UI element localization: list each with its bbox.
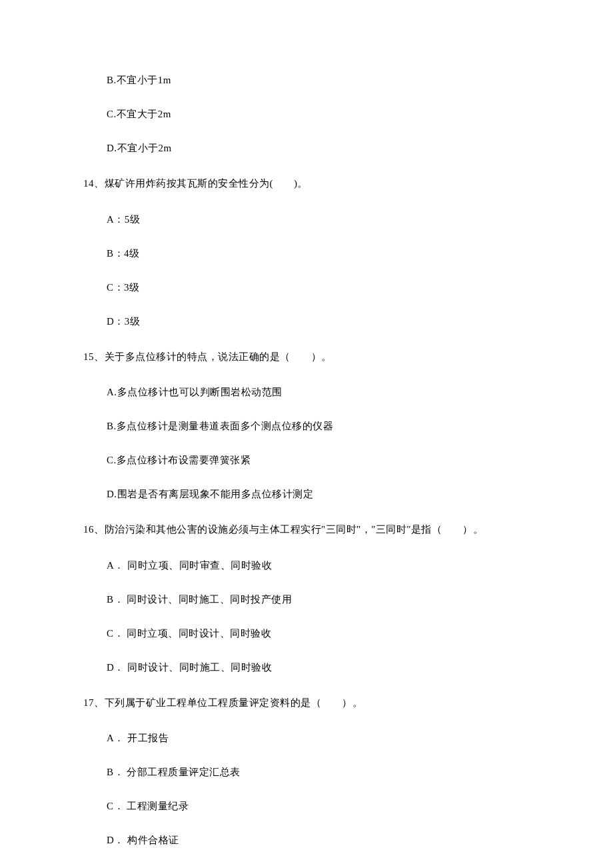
q17-option-d: D． 构件合格证	[107, 833, 530, 847]
q14-stem: 14、煤矿许用炸药按其瓦斯的安全性分为( )。	[83, 175, 530, 193]
q15-option-b: B.多点位移计是测量巷道表面多个测点位移的仪器	[107, 419, 530, 433]
q17-option-a: A． 开工报告	[107, 731, 530, 745]
q17-stem: 17、下列属于矿业工程单位工程质量评定资料的是（ ）。	[83, 695, 530, 712]
q16-option-b: B． 同时设计、同时施工、同时投产使用	[107, 593, 530, 607]
q16-option-a: A． 同时立项、同时审查、同时验收	[107, 559, 530, 573]
q17-option-b: B． 分部工程质量评定汇总表	[107, 765, 530, 779]
q15-option-d: D.围岩是否有离层现象不能用多点位移计测定	[107, 487, 530, 501]
q16-stem: 16、防治污染和其他公害的设施必须与主体工程实行"三同时"，"三同时"是指（ ）…	[83, 521, 530, 539]
q15-option-a: A.多点位移计也可以判断围岩松动范围	[107, 385, 530, 399]
q14-option-d: D：3级	[107, 315, 530, 329]
q13-option-b: B.不宜小于1m	[107, 73, 530, 87]
q14-option-a: A：5级	[107, 213, 530, 227]
q14-option-b: B：4级	[107, 247, 530, 261]
q15-option-c: C.多点位移计布设需要弹簧张紧	[107, 453, 530, 467]
q13-option-c: C.不宜大于2m	[107, 107, 530, 121]
document-page: B.不宜小于1m C.不宜大于2m D.不宜小于2m 14、煤矿许用炸药按其瓦斯…	[0, 0, 613, 868]
q13-option-d: D.不宜小于2m	[107, 141, 530, 155]
q16-option-d: D． 同时设计、同时施工、同时验收	[107, 661, 530, 675]
q14-option-c: C：3级	[107, 281, 530, 295]
q17-option-c: C． 工程测量纪录	[107, 799, 530, 813]
q16-option-c: C． 同时立项、同时设计、同时验收	[107, 627, 530, 641]
q15-stem: 15、关于多点位移计的特点，说法正确的是（ ）。	[83, 349, 530, 366]
